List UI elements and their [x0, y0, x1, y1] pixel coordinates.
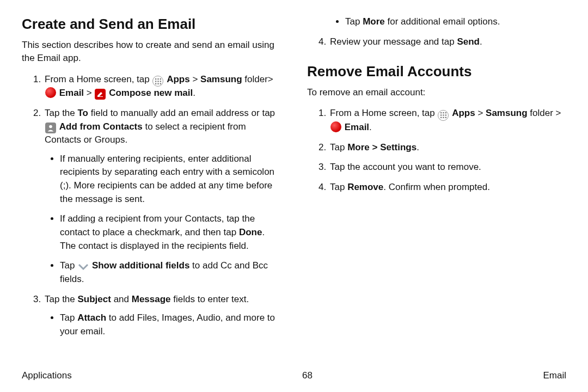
- email-icon: [45, 87, 56, 98]
- text: >: [190, 74, 200, 84]
- svg-rect-3: [155, 81, 156, 82]
- chevron-down-icon: [78, 261, 89, 272]
- bullet: Tap Show additional fields to add Cc and…: [60, 259, 281, 286]
- contact-icon: [45, 122, 56, 133]
- step-2: Tap the To field to manually add an emai…: [44, 107, 281, 286]
- text: field to manually add an email address o…: [88, 108, 275, 118]
- intro-remove-email-accounts: To remove an email account:: [307, 86, 566, 100]
- text: >: [475, 108, 486, 118]
- step-4: Tap Remove. Confirm when prompted.: [329, 181, 566, 194]
- svg-rect-15: [443, 115, 444, 116]
- svg-rect-19: [445, 117, 446, 118]
- section-remove-email: Remove Email Accounts To remove an email…: [307, 63, 566, 194]
- apps-label: Apps: [452, 108, 475, 118]
- text: fields to enter text.: [171, 294, 249, 304]
- text: Tap: [345, 16, 363, 27]
- svg-rect-14: [440, 115, 442, 116]
- text: >: [370, 142, 380, 152]
- bullet: If manually entering recipients, enter a…: [60, 152, 281, 206]
- compose-icon: [95, 89, 106, 100]
- bullet: Tap Attach to add Files, Images, Audio, …: [60, 311, 281, 338]
- more-label: More: [363, 16, 385, 27]
- send-label: Send: [457, 36, 480, 47]
- text: Tap: [60, 260, 77, 271]
- step-3: Tap the account you want to remove.: [329, 161, 566, 174]
- step-1: From a Home screen, tap Apps > Samsung f…: [44, 73, 281, 100]
- apps-icon: [152, 76, 163, 87]
- text: >: [84, 88, 94, 98]
- message-label: Message: [132, 294, 171, 304]
- text: .: [193, 88, 195, 98]
- step-4: Review your message and tap Send.: [329, 35, 566, 49]
- show-additional-fields-label: Show additional fields: [92, 260, 189, 271]
- step-2: Tap More > Settings.: [329, 141, 566, 155]
- attach-label: Attach: [77, 313, 106, 323]
- text: Tap the: [45, 108, 78, 118]
- email-icon: [330, 121, 341, 132]
- svg-rect-7: [157, 83, 158, 84]
- step-1: From a Home screen, tap Apps > Samsung f…: [329, 107, 566, 134]
- text: for additional email options.: [385, 16, 500, 27]
- text: .: [480, 36, 482, 47]
- text: folder >: [528, 108, 561, 118]
- svg-rect-1: [157, 78, 158, 79]
- svg-rect-17: [440, 117, 442, 118]
- footer-left: Applications: [22, 370, 72, 381]
- text: If adding a recipient from your Contacts…: [60, 213, 255, 237]
- apps-icon: [438, 110, 449, 121]
- subject-label: Subject: [78, 294, 111, 304]
- apps-label: Apps: [167, 74, 190, 84]
- steps-remove-email-accounts: From a Home screen, tap Apps > Samsung f…: [307, 107, 566, 194]
- svg-rect-2: [160, 78, 161, 79]
- intro-create-send-email: This section describes how to create and…: [22, 39, 281, 65]
- text: Tap: [60, 313, 77, 323]
- text: Review your message and tap: [330, 36, 457, 47]
- to-label: To: [78, 108, 89, 118]
- done-label: Done: [239, 227, 262, 237]
- samsung-label: Samsung: [200, 74, 242, 84]
- svg-rect-18: [443, 117, 444, 118]
- step-2-bullets: If manually entering recipients, enter a…: [45, 152, 281, 286]
- text: From a Home screen, tap: [45, 74, 152, 84]
- svg-point-10: [49, 125, 52, 128]
- heading-create-send-email: Create and Send an Email: [22, 15, 281, 33]
- text: Tap: [330, 182, 347, 192]
- bullet: Tap More for additional email options.: [345, 15, 566, 29]
- more-label: More: [347, 142, 370, 152]
- svg-rect-5: [160, 81, 161, 82]
- svg-rect-8: [160, 83, 161, 84]
- text: From a Home screen, tap: [330, 108, 437, 118]
- svg-rect-13: [445, 112, 446, 113]
- svg-rect-4: [157, 81, 158, 82]
- samsung-label: Samsung: [486, 108, 528, 118]
- remove-label: Remove: [347, 182, 383, 192]
- svg-rect-6: [155, 83, 156, 84]
- add-from-contacts-label: Add from Contacts: [59, 121, 143, 132]
- text: Tap: [330, 142, 347, 152]
- heading-remove-email-accounts: Remove Email Accounts: [307, 63, 566, 81]
- email-label: Email: [59, 88, 84, 98]
- svg-rect-9: [97, 96, 103, 97]
- text: .: [369, 122, 372, 132]
- footer-right: Email: [543, 370, 566, 381]
- bullet: If adding a recipient from your Contacts…: [60, 212, 281, 253]
- text: Tap the: [45, 294, 78, 304]
- text: .: [416, 142, 419, 152]
- page-footer: Applications 68 Email: [22, 370, 566, 381]
- svg-rect-11: [440, 112, 442, 113]
- text: . Confirm when prompted.: [383, 182, 490, 192]
- email-label: Email: [345, 122, 369, 132]
- compose-label: Compose new mail: [109, 88, 193, 98]
- page-body: Create and Send an Email This section de…: [22, 15, 566, 353]
- svg-rect-12: [443, 112, 444, 113]
- svg-rect-16: [445, 115, 446, 116]
- footer-page-number: 68: [302, 370, 313, 381]
- text: folder>: [242, 74, 273, 84]
- svg-rect-0: [155, 78, 156, 79]
- settings-label: Settings: [380, 142, 416, 152]
- text: and: [111, 294, 132, 304]
